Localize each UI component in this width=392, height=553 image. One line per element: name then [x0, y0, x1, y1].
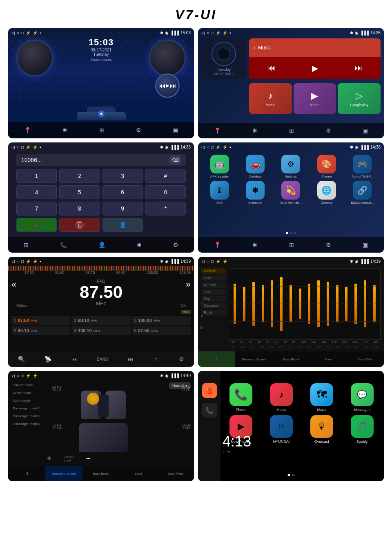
square-icon-5[interactable]: □ [21, 259, 24, 264]
minus-button[interactable]: − [86, 454, 91, 463]
square-icon-7[interactable]: □ [21, 373, 24, 378]
nav-settings[interactable]: ⚙ [136, 127, 141, 133]
music-widget-header[interactable]: ♪ Music [249, 38, 381, 57]
circle-icon-7[interactable]: ○ [17, 373, 19, 378]
tab-bass-filter[interactable]: Bass Filter [347, 351, 384, 367]
key-1[interactable]: 1 [16, 169, 57, 183]
nav-apps-4[interactable]: ⊞ [289, 242, 294, 248]
key-3[interactable]: 3 [102, 169, 143, 183]
radio-prev[interactable]: ⏮ [71, 356, 77, 362]
prev-track[interactable]: ⏮ [267, 63, 276, 73]
app-bluetooth[interactable]: ✱ Bluetooth [238, 181, 272, 204]
key-8[interactable]: 8 [59, 202, 100, 215]
key-2[interactable]: 2 [59, 169, 100, 183]
circle-icon-2[interactable]: ○ [207, 31, 209, 35]
circle-icon-4[interactable]: ○ [207, 145, 209, 149]
googleplay-app[interactable]: ▷ Googleplay [338, 83, 381, 114]
mode-passenger2[interactable]: Passenger mode2 [11, 413, 41, 419]
freq-prev[interactable]: « [11, 279, 16, 290]
preset-default[interactable]: Default [201, 268, 226, 274]
app-carmate[interactable]: 🚗 CarMate [238, 155, 272, 178]
nav-apps-2[interactable]: ⊞ [289, 127, 294, 134]
app-android-gp[interactable]: 🎮 AndroiTS GP... [346, 155, 379, 178]
mode-full-car[interactable]: Full car mode [11, 382, 41, 388]
key-9[interactable]: 9 [102, 202, 143, 215]
app-settings[interactable]: ⚙ Settings [274, 155, 307, 178]
circle-icon-6[interactable]: ○ [207, 259, 209, 264]
nav-call[interactable]: 📞 [60, 242, 67, 248]
radio-next[interactable]: ⏭ [128, 356, 134, 362]
sidebar-icon-phone[interactable]: 📞 [202, 403, 217, 418]
circle-icon-1[interactable]: ○ [17, 31, 19, 35]
nav-camera-4[interactable]: ▣ [363, 242, 368, 248]
video-app[interactable]: ▶ Video [294, 83, 336, 114]
tab-surround[interactable]: Surround Sound [235, 351, 272, 367]
carplay-messages[interactable]: 💬 Messages [343, 383, 381, 412]
preset-1[interactable]: 187.50MHz [11, 316, 70, 325]
carplay-music[interactable]: ♪ Music [263, 383, 300, 412]
key-7[interactable]: 7 [16, 202, 57, 215]
left-knob[interactable] [16, 40, 53, 76]
mode-passenger3[interactable]: Passenger mode3 [11, 421, 41, 426]
app-apk[interactable]: 🤖 APK installer [203, 155, 236, 178]
app-aux[interactable]: 🎛 AUX [203, 181, 236, 204]
app-theme[interactable]: 🎨 Theme [310, 155, 343, 178]
carplay-overcast[interactable]: 🎙 Overcast [303, 415, 341, 444]
preset-jazz[interactable]: Jazz [201, 289, 226, 295]
mode-driver[interactable]: Driver mode [11, 390, 41, 395]
radio-search[interactable]: 🔍 [18, 356, 25, 362]
tab-eq[interactable]: 🎚 [198, 351, 235, 367]
back-icon-3[interactable]: ◁ [11, 145, 15, 149]
back-icon-1[interactable]: ◁ [11, 31, 15, 35]
nav-phone-settings[interactable]: ⚙ [173, 242, 178, 248]
radio-settings[interactable]: ⚙ [179, 356, 184, 362]
nav-contacts[interactable]: 👤 [98, 242, 105, 248]
call-button[interactable]: 📞 [16, 218, 57, 232]
carplay-hyundai[interactable]: H HYUNDAI [263, 415, 300, 444]
square-icon-2[interactable]: □ [211, 31, 214, 35]
preset-5[interactable]: 5108.00MHz [132, 316, 191, 325]
key-5[interactable]: 5 [59, 185, 100, 199]
nav-camera[interactable]: ▣ [173, 127, 178, 133]
play-button[interactable]: ⏮▶⏭ [155, 73, 180, 98]
nav-location-2[interactable]: 📍 [214, 127, 221, 134]
preset-user[interactable]: User [201, 275, 226, 281]
delete-button[interactable]: ⌫ [169, 155, 181, 164]
nav-apps[interactable]: ⊞ [99, 127, 104, 133]
nav-camera-2[interactable]: ▣ [363, 127, 368, 134]
preset-pop[interactable]: Pop [201, 296, 226, 302]
nav-bluetooth-2[interactable]: ✱ [252, 127, 257, 134]
nav-bluetooth[interactable]: ✱ [62, 127, 67, 133]
plus-button[interactable]: + [47, 454, 51, 463]
contacts-button[interactable]: 👤 [102, 218, 143, 232]
nav-bluetooth-3[interactable]: ✱ [137, 242, 142, 248]
nav-settings-2[interactable]: ⚙ [326, 127, 331, 134]
next-track[interactable]: ⏭ [354, 63, 363, 73]
preset-classical[interactable]: Classical [201, 303, 226, 309]
freq-next[interactable]: » [186, 279, 191, 290]
end-call-button[interactable]: 📵 [59, 218, 100, 232]
nav-location[interactable]: 📍 [24, 127, 31, 133]
square-icon-1[interactable]: □ [21, 31, 24, 35]
nav-bluetooth-4[interactable]: ✱ [252, 242, 257, 248]
back-icon-4[interactable]: ◁ [201, 145, 205, 149]
key-6[interactable]: 6 [102, 185, 143, 199]
square-icon-4[interactable]: □ [211, 145, 214, 149]
music-app[interactable]: ♪ Music [249, 83, 292, 114]
circle-icon-3[interactable]: ○ [17, 145, 19, 149]
play-pause[interactable]: ▶ [312, 63, 318, 73]
key-hash[interactable]: # [145, 169, 186, 183]
carplay-maps[interactable]: 🗺 Maps [303, 383, 341, 412]
back-icon-5[interactable]: ◁ [11, 259, 15, 264]
tab-zone[interactable]: Zone [310, 351, 347, 367]
tab-bass-boost-7[interactable]: Bass Boost [82, 466, 120, 481]
square-icon-3[interactable]: □ [21, 145, 24, 149]
key-star[interactable]: * [145, 202, 186, 215]
tab-zone-7[interactable]: Zone [120, 466, 157, 481]
back-icon-7[interactable]: ◁ [11, 373, 15, 378]
preset-4[interactable]: 4106.10MHz [71, 326, 130, 335]
preset-6[interactable]: 687.50MHz [132, 326, 191, 335]
circle-icon-5[interactable]: ○ [17, 259, 19, 264]
carplay-phone[interactable]: 📞 Phone [223, 383, 260, 412]
mode-cpilot[interactable]: Cpilot mode [11, 398, 41, 403]
